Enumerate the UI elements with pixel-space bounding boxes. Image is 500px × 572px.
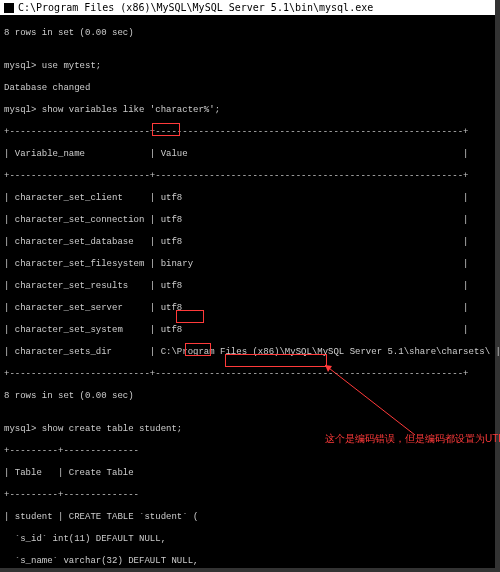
table-row: | character_set_connection | utf8 | bbox=[4, 215, 491, 226]
terminal-window: C:\Program Files (x86)\MySQL\MySQL Serve… bbox=[0, 0, 495, 568]
title-bar[interactable]: C:\Program Files (x86)\MySQL\MySQL Serve… bbox=[0, 0, 495, 15]
table-header: | Variable_name | Value | bbox=[4, 149, 491, 160]
window-title: C:\Program Files (x86)\MySQL\MySQL Serve… bbox=[18, 0, 373, 15]
prompt-line: mysql> use mytest; bbox=[4, 61, 491, 72]
output-line: Database changed bbox=[4, 83, 491, 94]
table-header: | Table | Create Table bbox=[4, 468, 491, 479]
table-row: `s_name` varchar(32) DEFAULT NULL, bbox=[4, 556, 491, 567]
table-row: | student | CREATE TABLE `student` ( bbox=[4, 512, 491, 523]
table-row: | character_set_results | utf8 | bbox=[4, 281, 491, 292]
output-line: 8 rows in set (0.00 sec) bbox=[4, 28, 491, 39]
table-border: +--------------------------+------------… bbox=[4, 127, 491, 138]
table-row: | character_set_filesystem | binary | bbox=[4, 259, 491, 270]
terminal-body[interactable]: 8 rows in set (0.00 sec) mysql> use myte… bbox=[0, 15, 495, 572]
table-row: `s_id` int(11) DEFAULT NULL, bbox=[4, 534, 491, 545]
table-row: | character_set_system | utf8 | bbox=[4, 325, 491, 336]
table-border: +--------------------------+------------… bbox=[4, 369, 491, 380]
table-row: | character_set_server | utf8 | bbox=[4, 303, 491, 314]
table-row: | character_set_client | utf8 | bbox=[4, 193, 491, 204]
table-row: | character_set_database | utf8 | bbox=[4, 237, 491, 248]
output-line: 8 rows in set (0.00 sec) bbox=[4, 391, 491, 402]
table-border: +--------------------------+------------… bbox=[4, 171, 491, 182]
annotation-text: 这个是编码错误，但是编码都设置为UTF-8 bbox=[325, 433, 500, 445]
table-border: +---------+-------------- bbox=[4, 490, 491, 501]
table-border: +---------+-------------- bbox=[4, 446, 491, 457]
app-icon bbox=[4, 3, 14, 13]
table-row: | character_sets_dir | C:\Program Files … bbox=[4, 347, 491, 358]
prompt-line: mysql> show variables like 'character%'; bbox=[4, 105, 491, 116]
